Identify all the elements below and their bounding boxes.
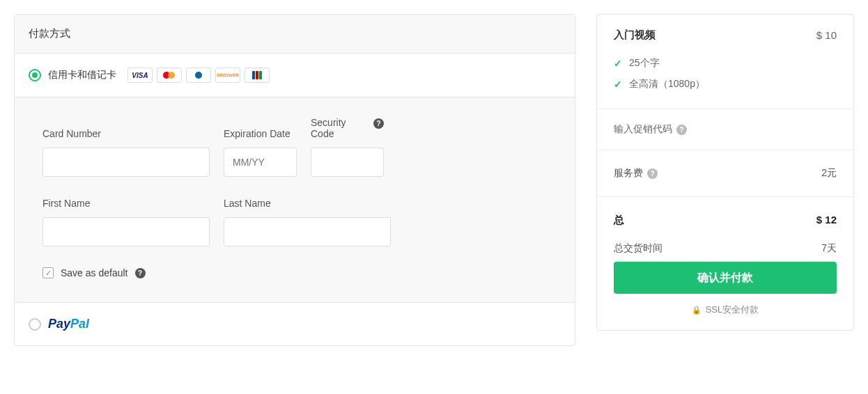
expiration-input[interactable] [224, 148, 297, 177]
order-summary: 入门视频 $ 10 ✓ 25个字 ✓ 全高清（1080p） 输入促销代码 [596, 14, 854, 331]
feature-text: 25个字 [629, 57, 660, 70]
help-icon[interactable]: ? [373, 118, 384, 129]
mastercard-icon [157, 68, 182, 83]
delivery-value: 7天 [821, 242, 837, 255]
promo-label: 输入促销代码 [614, 123, 672, 136]
feature-list: ✓ 25个字 ✓ 全高清（1080p） [614, 53, 837, 95]
checkmark-icon: ✓ [614, 79, 622, 90]
delivery-label: 总交货时间 [614, 242, 662, 255]
paypal-icon: PayPal [48, 317, 89, 331]
first-name-label: First Name [42, 198, 210, 209]
cvv-input[interactable] [311, 148, 384, 177]
last-name-label: Last Name [224, 198, 391, 209]
jcb-icon [245, 68, 270, 83]
total-label: 总 [614, 214, 624, 227]
diners-icon [186, 68, 211, 83]
card-number-input[interactable] [42, 148, 210, 177]
checkmark-icon: ✓ [614, 58, 622, 69]
save-default-label: Save as default [61, 267, 128, 278]
service-fee-value: 2元 [821, 167, 837, 180]
help-icon[interactable]: ? [676, 125, 687, 135]
radio-card[interactable] [29, 69, 41, 81]
help-icon[interactable]: ? [135, 268, 146, 278]
confirm-pay-button[interactable]: 确认并付款 [614, 262, 837, 294]
service-fee-label: 服务费 [614, 167, 643, 180]
cvv-label: Security Code [311, 117, 368, 139]
feature-item: ✓ 全高清（1080p） [614, 74, 837, 95]
feature-text: 全高清（1080p） [629, 78, 705, 90]
card-logos: VISA DISCOVER [127, 68, 270, 83]
discover-icon: DISCOVER [215, 68, 240, 83]
product-title: 入门视频 [614, 29, 656, 42]
expiration-label: Expiration Date [224, 128, 297, 139]
product-price: $ 10 [816, 29, 837, 41]
visa-icon: VISA [127, 68, 153, 83]
ssl-notice: 🔒 SSL安全付款 [614, 304, 837, 316]
payment-panel: 付款方式 信用卡和借记卡 VISA DISCOVER Card Number [14, 14, 575, 346]
payment-header: 付款方式 [15, 15, 575, 54]
card-number-label: Card Number [42, 128, 210, 139]
card-method-label: 信用卡和借记卡 [48, 69, 116, 81]
lock-icon: 🔒 [692, 306, 702, 315]
ssl-label: SSL安全付款 [706, 304, 759, 316]
card-form: Card Number Expiration Date Security Cod… [15, 97, 575, 303]
radio-paypal[interactable] [29, 318, 41, 331]
payment-method-paypal[interactable]: PayPal [15, 303, 575, 345]
save-default-checkbox[interactable] [42, 267, 54, 278]
help-icon[interactable]: ? [647, 168, 658, 179]
promo-code-link[interactable]: 输入促销代码 ? [614, 123, 837, 136]
feature-item: ✓ 25个字 [614, 53, 837, 74]
total-value: $ 12 [816, 214, 837, 227]
payment-method-card[interactable]: 信用卡和借记卡 VISA DISCOVER [15, 54, 575, 97]
first-name-input[interactable] [42, 217, 210, 246]
last-name-input[interactable] [224, 217, 391, 246]
